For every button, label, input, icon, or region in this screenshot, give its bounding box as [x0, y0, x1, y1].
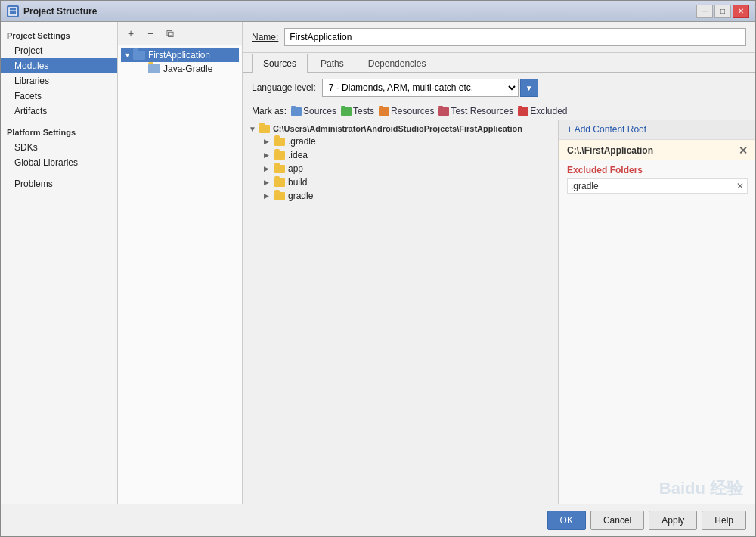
right-panel-path-text: C:\.\FirstApplication [567, 145, 653, 156]
project-settings-section: Project Settings [1, 28, 117, 43]
language-level-select[interactable]: 7 - Diamonds, ARM, multi-catch etc. [322, 79, 519, 97]
module-tree: ▼ FirstApplication Java-Gradle [118, 45, 242, 504]
bottom-bar: OK Cancel Apply Help [1, 504, 755, 536]
platform-settings-section: Platform Settings [1, 125, 117, 140]
module-child-icon [148, 64, 160, 73]
content-area: Name: Sources Paths Dependencies Languag… [243, 22, 755, 504]
apply-button[interactable]: Apply [649, 511, 697, 530]
language-level-label: Language level: [252, 82, 316, 93]
file-tree-area: ▼ C:\Users\Administrator\AndroidStudioPr… [243, 120, 755, 504]
root-folder-icon [259, 125, 270, 133]
name-label: Name: [252, 32, 278, 42]
right-panel-close-button[interactable]: ✕ [739, 144, 748, 157]
file-tree: ▼ C:\Users\Administrator\AndroidStudioPr… [243, 120, 559, 504]
mark-as-sources[interactable]: Sources [291, 106, 336, 116]
file-tree-item-app[interactable]: ▶ app [246, 162, 555, 175]
sidebar-item-problems[interactable]: Problems [1, 176, 117, 191]
right-panel: + Add Content Root C:\.\FirstApplication… [559, 120, 755, 504]
mark-as-label: Mark as: [252, 106, 287, 116]
remove-module-button[interactable]: − [142, 25, 159, 42]
file-item-icon-build [274, 178, 285, 187]
language-level-row: Language level: 7 - Diamonds, ARM, multi… [243, 73, 755, 103]
sidebar-item-global-libraries[interactable]: Global Libraries [1, 155, 117, 170]
mark-as-tests[interactable]: Tests [341, 106, 374, 116]
language-level-dropdown-btn[interactable]: ▼ [520, 79, 538, 97]
add-content-root-button[interactable]: + Add Content Root [567, 124, 646, 135]
file-item-icon-gradle [274, 138, 285, 146]
file-item-arrow-build: ▶ [264, 178, 273, 186]
minimize-button[interactable]: ─ [696, 5, 713, 18]
excluded-item-gradle: .gradle ✕ [567, 178, 748, 194]
cancel-button[interactable]: Cancel [590, 511, 644, 530]
ok-button[interactable]: OK [547, 511, 586, 530]
right-panel-header: + Add Content Root [559, 120, 755, 140]
module-toolbar: + − ⧉ [118, 22, 242, 45]
mark-as-test-resources[interactable]: Test Resources [438, 106, 513, 116]
sidebar-item-facets[interactable]: Facets [1, 88, 117, 104]
file-item-arrow-gradle: ▶ [264, 138, 273, 145]
file-item-icon-app [274, 165, 285, 173]
excluded-folder-icon [518, 107, 528, 116]
mark-as-excluded[interactable]: Excluded [518, 106, 567, 116]
module-root-item[interactable]: ▼ FirstApplication [121, 48, 239, 62]
sidebar-item-sdks[interactable]: SDKs [1, 140, 117, 155]
sources-folder-icon [291, 107, 302, 116]
tab-sources[interactable]: Sources [252, 54, 308, 73]
module-folder-icon [133, 51, 145, 60]
copy-module-button[interactable]: ⧉ [162, 25, 178, 42]
file-tree-item-build[interactable]: ▶ build [246, 175, 555, 189]
tab-dependencies[interactable]: Dependencies [357, 54, 438, 73]
name-input[interactable] [284, 28, 746, 46]
add-module-button[interactable]: + [122, 25, 139, 42]
file-item-icon-idea [274, 151, 285, 160]
sidebar: Project Settings Project Modules Librari… [1, 22, 118, 504]
file-tree-item-gradle2[interactable]: ▶ gradle [246, 189, 555, 203]
close-button[interactable]: ✕ [733, 5, 749, 18]
main-content: Project Settings Project Modules Librari… [1, 22, 755, 504]
mark-as-row: Mark as: Sources Tests Resources Test Re… [243, 103, 755, 120]
help-button[interactable]: Help [702, 511, 746, 530]
mark-as-resources[interactable]: Resources [379, 106, 434, 116]
excluded-section: Excluded Folders .gradle ✕ [559, 160, 755, 200]
tab-paths[interactable]: Paths [309, 54, 355, 73]
name-row: Name: [243, 22, 755, 53]
sidebar-item-modules[interactable]: Modules [1, 58, 117, 73]
tests-folder-icon [341, 107, 352, 116]
window-controls: ─ □ ✕ [696, 5, 749, 18]
test-resources-folder-icon [438, 107, 449, 116]
resources-folder-icon [379, 107, 389, 116]
right-panel-path-row: C:\.\FirstApplication ✕ [559, 140, 755, 160]
maximize-button[interactable]: □ [714, 5, 731, 18]
file-item-arrow-app: ▶ [264, 165, 273, 172]
language-level-select-container: 7 - Diamonds, ARM, multi-catch etc. ▼ [322, 79, 538, 97]
root-expand-arrow: ▼ [249, 125, 256, 133]
sidebar-item-artifacts[interactable]: Artifacts [1, 104, 117, 119]
file-item-arrow-gradle2: ▶ [264, 192, 273, 200]
sidebar-item-project[interactable]: Project [1, 43, 117, 58]
window-icon [7, 5, 19, 17]
file-item-icon-gradle2 [274, 192, 285, 200]
file-tree-item-idea[interactable]: ▶ .idea [246, 148, 555, 162]
tree-arrow-root: ▼ [124, 51, 133, 59]
excluded-title: Excluded Folders [567, 165, 748, 175]
window-title: Project Structure [23, 6, 696, 17]
file-item-arrow-idea: ▶ [264, 151, 273, 159]
svg-rect-0 [9, 8, 17, 15]
title-bar: Project Structure ─ □ ✕ [1, 1, 755, 22]
tabs-bar: Sources Paths Dependencies [243, 53, 755, 73]
sidebar-item-libraries[interactable]: Libraries [1, 73, 117, 88]
module-panel: + − ⧉ ▼ FirstApplication Java-Gradle [118, 22, 243, 504]
file-tree-item-gradle[interactable]: ▶ .gradle [246, 135, 555, 148]
module-child-item[interactable]: Java-Gradle [121, 62, 239, 76]
file-tree-root-path[interactable]: ▼ C:\Users\Administrator\AndroidStudioPr… [246, 123, 555, 135]
excluded-item-remove-button[interactable]: ✕ [736, 181, 744, 191]
